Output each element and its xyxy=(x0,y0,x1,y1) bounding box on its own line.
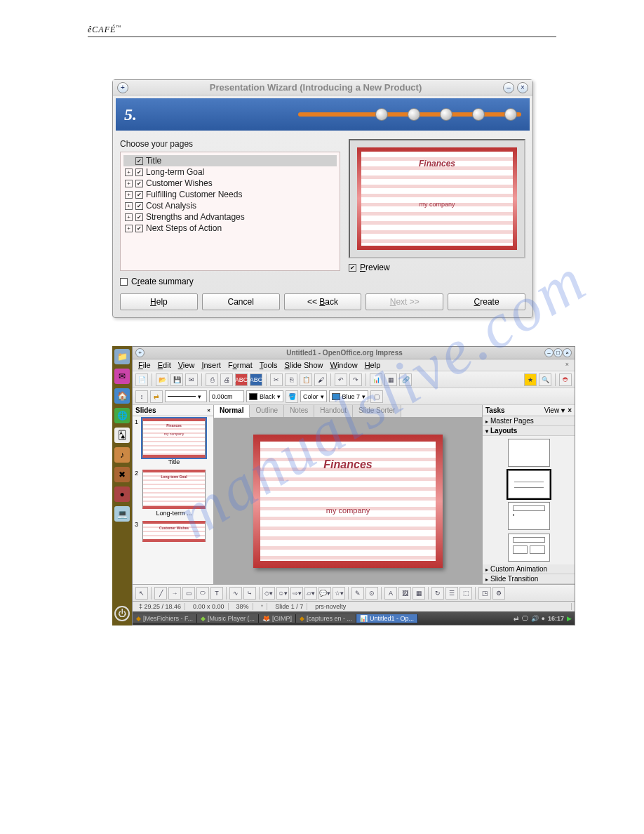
taskbar-item[interactable]: 🦊[GIMP] xyxy=(259,614,296,623)
copy-icon[interactable]: ⎘ xyxy=(285,373,297,386)
rotate-icon[interactable]: ↻ xyxy=(431,587,444,600)
points-icon[interactable]: ✎ xyxy=(351,587,364,600)
layout-blank[interactable] xyxy=(508,439,550,467)
brush-icon[interactable]: 🖌 xyxy=(314,373,327,386)
layout-two-content[interactable] xyxy=(508,534,550,562)
minimize-icon[interactable]: – xyxy=(544,348,554,357)
page-item[interactable]: +✔Long-term Goal xyxy=(123,166,337,178)
ellipse-icon[interactable]: ⬭ xyxy=(196,587,209,600)
arrow-icon[interactable]: ↕ xyxy=(135,390,148,403)
arrange-icon[interactable]: ⬚ xyxy=(459,587,472,600)
expand-icon[interactable]: + xyxy=(125,225,133,232)
menu-format[interactable]: Format xyxy=(228,361,253,369)
pointer-icon[interactable]: ↖ xyxy=(135,587,148,600)
zoom-icon[interactable]: 🔍 xyxy=(539,373,551,386)
print-icon[interactable]: 🖨 xyxy=(220,373,233,386)
checkbox-icon[interactable]: ✔ xyxy=(135,157,143,165)
tab-handout[interactable]: Handout xyxy=(314,405,353,417)
volume-icon[interactable]: 🔊 xyxy=(531,615,539,622)
menu-insert[interactable]: Insert xyxy=(201,361,221,369)
menu-tools[interactable]: Tools xyxy=(260,361,278,369)
abc-icon[interactable]: ABC xyxy=(235,373,248,386)
from-file-icon[interactable]: 🖼 xyxy=(398,587,411,600)
taskbar-item[interactable]: ◆[Music Player (... xyxy=(197,614,259,623)
extrusion-icon[interactable]: ◳ xyxy=(478,587,491,600)
back-button[interactable]: << Back xyxy=(284,293,362,310)
mail-icon[interactable]: ✉ xyxy=(185,373,198,386)
slide-thumb-3[interactable]: 3 Customer Wishes xyxy=(133,519,213,544)
battery-icon[interactable]: ● xyxy=(542,615,545,622)
doc-close-icon[interactable]: × xyxy=(565,361,569,369)
cut-icon[interactable]: ✂ xyxy=(270,373,283,386)
fill-color-select[interactable]: Blue 7▾ xyxy=(329,390,369,402)
menu-window[interactable]: Window xyxy=(330,361,358,369)
status-zoom[interactable]: 38% xyxy=(233,603,253,610)
fill-icon[interactable]: 🪣 xyxy=(286,390,298,403)
master-pages-section[interactable]: ▸Master Pages xyxy=(483,416,575,426)
thumb-preview[interactable]: Customer Wishes xyxy=(142,521,206,542)
menu-edit[interactable]: Edit xyxy=(158,361,171,369)
abc2-icon[interactable]: ABC xyxy=(250,373,262,386)
tab-outline[interactable]: Outline xyxy=(250,405,284,417)
rect-icon[interactable]: ▭ xyxy=(182,587,195,600)
tasks-view-dropdown[interactable]: View xyxy=(544,406,560,414)
terminal-icon[interactable]: ● xyxy=(114,486,130,502)
menu-button[interactable]: + xyxy=(135,348,145,357)
thumb-preview[interactable]: Financesmy company xyxy=(142,418,206,458)
tab-notes[interactable]: Notes xyxy=(284,405,314,417)
current-slide[interactable]: Finances my company xyxy=(253,435,443,568)
close-panel-icon[interactable]: × xyxy=(568,406,572,414)
curve-icon[interactable]: ∿ xyxy=(229,587,242,600)
checkbox-icon[interactable]: ✔ xyxy=(135,225,143,232)
save-icon[interactable]: 💾 xyxy=(170,373,183,386)
help-icon[interactable]: ⛑ xyxy=(559,373,572,386)
fontwork-icon[interactable]: A xyxy=(384,587,397,600)
power-icon[interactable]: ⏻ xyxy=(114,606,130,621)
expand-icon[interactable]: + xyxy=(125,180,133,187)
help-button[interactable]: Help xyxy=(120,293,198,310)
redo-icon[interactable]: ↷ xyxy=(349,373,362,386)
clock[interactable]: 16:17 xyxy=(548,615,564,622)
fill-type-select[interactable]: Color▾ xyxy=(300,390,327,402)
slide-thumb-2[interactable]: 2 Long-term Goal Long-term ... xyxy=(133,468,213,519)
arrow-line-icon[interactable]: → xyxy=(168,587,181,600)
menu-view[interactable]: View xyxy=(178,361,195,369)
layout-content[interactable] xyxy=(508,502,550,530)
taskbar-item[interactable]: ◆[captures en - ... xyxy=(296,614,356,623)
page-item[interactable]: +✔Fulfilling Customer Needs xyxy=(123,189,337,200)
paste-icon[interactable]: 📋 xyxy=(300,373,312,386)
checkbox-icon[interactable]: ✔ xyxy=(135,213,143,221)
expand-icon[interactable]: + xyxy=(125,213,133,221)
menu-slideshow[interactable]: Slide Show xyxy=(284,361,323,369)
interaction-icon[interactable]: ⚙ xyxy=(492,587,505,600)
shadow-icon[interactable]: ▢ xyxy=(370,390,383,403)
summary-checkbox[interactable] xyxy=(120,278,128,286)
files-icon[interactable]: 📁 xyxy=(114,349,130,364)
page-item-title[interactable]: ✔ Title xyxy=(123,155,337,166)
checkbox-icon[interactable]: ✔ xyxy=(135,191,143,199)
symbol-shapes-icon[interactable]: ☺▾ xyxy=(276,587,289,600)
tab-sorter[interactable]: Slide Sorter xyxy=(353,405,401,417)
network-icon[interactable]: ⇄ xyxy=(514,615,519,622)
show-desktop-icon[interactable]: ▶ xyxy=(567,615,572,622)
layout-title[interactable] xyxy=(508,470,550,498)
undo-icon[interactable]: ↶ xyxy=(335,373,347,386)
line-dash-select[interactable]: ▾ xyxy=(165,390,207,402)
expand-icon[interactable]: + xyxy=(125,191,133,199)
star-icon[interactable]: ★ xyxy=(524,373,537,386)
flowchart-icon[interactable]: ▱▾ xyxy=(304,587,317,600)
mail-icon[interactable]: ✉ xyxy=(114,369,130,384)
create-summary-row[interactable]: Create summary xyxy=(120,277,340,286)
menu-help[interactable]: Help xyxy=(365,361,381,369)
checkbox-icon[interactable]: ✔ xyxy=(135,180,143,187)
slide-transition-section[interactable]: ▸Slide Transition xyxy=(483,574,575,584)
menu-file[interactable]: File xyxy=(138,361,151,369)
stars-icon[interactable]: ☆▾ xyxy=(333,587,345,600)
align-icon[interactable]: ☰ xyxy=(445,587,458,600)
slide-canvas[interactable]: Finances my company xyxy=(214,418,482,584)
globe-icon[interactable]: 🌐 xyxy=(114,408,130,423)
callouts-icon[interactable]: 💬▾ xyxy=(318,587,331,600)
expand-icon[interactable]: + xyxy=(125,202,133,210)
expand-icon[interactable]: + xyxy=(125,168,133,176)
close-button[interactable]: × xyxy=(517,82,528,93)
